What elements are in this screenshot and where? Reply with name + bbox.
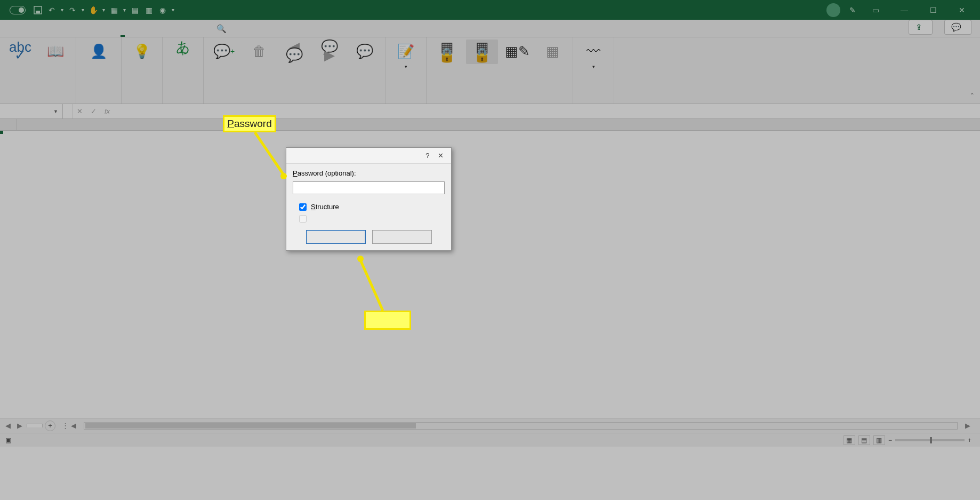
tell-me-search[interactable]: 🔍	[216, 24, 230, 37]
chevron-down-icon[interactable]: ▼	[53, 109, 58, 114]
smart-lookup-button[interactable]: 💡	[126, 39, 158, 62]
select-all-corner[interactable]	[0, 119, 17, 130]
tab-developer[interactable]	[152, 29, 157, 37]
minimize-icon[interactable]: —	[894, 3, 915, 17]
insert-function-icon[interactable]: fx	[100, 107, 114, 115]
translate-button[interactable]: あ⁺	[167, 39, 199, 62]
ribbon-options-icon[interactable]: ▭	[865, 3, 886, 17]
tab-page-layout[interactable]	[73, 29, 77, 37]
table-icon[interactable]: ▤	[130, 5, 140, 15]
page-break-view-icon[interactable]: ▥	[873, 435, 885, 445]
sheet-nav-next-icon[interactable]: ▶	[15, 422, 25, 430]
dialog-help-icon[interactable]: ?	[422, 152, 432, 160]
maximize-icon[interactable]: ☐	[922, 3, 944, 17]
tab-file[interactable]	[9, 29, 13, 37]
chevron-down-icon: ▾	[592, 63, 595, 71]
status-ready-icon: ▣	[5, 436, 11, 444]
protect-sheet-button[interactable]: ▦🔒	[431, 39, 463, 62]
dialog-titlebar[interactable]: ? ✕	[286, 148, 451, 164]
dialog-close-icon[interactable]: ✕	[435, 152, 447, 160]
hide-ink-button[interactable]: 〰 ▾	[577, 39, 609, 71]
autosave-toggle[interactable]	[6, 6, 29, 14]
ribbon-tabs: 🔍 ⇪ 💬	[0, 20, 980, 37]
ok-button[interactable]	[306, 230, 366, 244]
unshare-workbook-button: ▦	[536, 39, 568, 62]
group-insights: 💡	[122, 37, 163, 104]
next-comment-button: 💬▶	[314, 39, 346, 62]
page-layout-view-icon[interactable]: ▤	[858, 435, 870, 445]
tab-view[interactable]	[136, 29, 141, 37]
tab-help[interactable]	[184, 29, 189, 37]
structure-checkbox[interactable]: Structure	[293, 203, 445, 211]
form-icon[interactable]: ▥	[144, 5, 154, 15]
tab-draw[interactable]	[57, 29, 61, 37]
svg-rect-1	[36, 11, 40, 13]
new-comment-button[interactable]: 💬+	[208, 39, 240, 62]
add-sheet-button[interactable]: +	[45, 420, 55, 431]
next-comment-icon: 💬▶	[320, 42, 339, 61]
qat-customize-icon[interactable]: ▾	[172, 7, 174, 13]
touch-icon[interactable]: ✋	[89, 5, 98, 15]
unshare-workbook-icon: ▦	[543, 42, 562, 61]
protect-sheet-icon: ▦🔒	[437, 42, 456, 61]
search-icon: 🔍	[216, 24, 227, 34]
hscroll-left-icon[interactable]: ◀	[69, 422, 78, 430]
protect-workbook-button[interactable]: ▦🔒	[466, 39, 498, 64]
thesaurus-button[interactable]: 📖	[39, 39, 71, 62]
protect-workbook-icon: ▦🔒	[472, 42, 492, 61]
name-box[interactable]: ▼	[0, 104, 63, 118]
zoom-out-icon[interactable]: −	[888, 436, 892, 444]
delete-comment-button: 🗑	[243, 39, 275, 62]
accessibility-icon: 👤	[89, 42, 108, 61]
fill-handle[interactable]	[0, 131, 3, 134]
sheet-nav-prev-icon[interactable]: ◀	[3, 422, 13, 430]
group-accessibility: 👤	[76, 37, 122, 104]
formula-bar: ▼ ✕ ✓ fx	[0, 104, 980, 119]
show-comments-icon: 💬	[355, 42, 374, 61]
spelling-button[interactable]: abc✓	[4, 39, 36, 62]
collapse-ribbon-icon[interactable]: ˄	[964, 37, 980, 104]
sheet-tab-sheet1[interactable]	[27, 424, 43, 427]
group-ink: 〰 ▾	[573, 37, 614, 104]
cancel-button[interactable]	[372, 230, 432, 244]
callout-password: Password	[223, 115, 276, 132]
notes-button[interactable]: 📝 ▾	[390, 39, 422, 71]
check-accessibility-button[interactable]: 👤	[81, 39, 117, 62]
tab-data[interactable]	[105, 29, 109, 37]
enter-formula-icon: ✓	[86, 107, 100, 115]
allow-edit-ranges-icon: ▦✎	[508, 42, 527, 61]
hide-ink-icon: 〰	[584, 42, 603, 61]
tab-insert[interactable]	[41, 29, 45, 37]
windows-checkbox	[293, 215, 445, 223]
normal-view-icon[interactable]: ▦	[844, 435, 855, 445]
tab-pdfelement[interactable]	[200, 29, 205, 37]
tab-review[interactable]	[121, 29, 125, 37]
cancel-formula-icon: ✕	[73, 107, 86, 115]
redo-icon[interactable]: ↷	[68, 5, 77, 15]
user-avatar[interactable]	[826, 3, 840, 17]
undo-icon[interactable]: ↶	[47, 5, 57, 15]
record-icon[interactable]: ◉	[158, 5, 167, 15]
pen-icon[interactable]: ✎	[848, 5, 857, 15]
password-input[interactable]	[293, 181, 445, 194]
share-button[interactable]: ⇪	[909, 20, 933, 35]
spreadsheet-grid[interactable]	[0, 119, 980, 418]
tab-addins[interactable]	[168, 29, 173, 37]
hscroll-right-icon[interactable]: ▶	[963, 422, 973, 430]
tab-formulas[interactable]	[89, 29, 93, 37]
comments-button[interactable]: 💬	[944, 20, 971, 35]
pivot-icon[interactable]: ▦	[109, 5, 119, 15]
horizontal-scrollbar[interactable]	[84, 422, 958, 430]
allow-edit-ranges-button[interactable]: ▦✎	[501, 39, 533, 62]
thesaurus-icon: 📖	[46, 42, 65, 61]
tab-home[interactable]	[25, 29, 29, 37]
close-icon[interactable]: ✕	[951, 3, 973, 17]
save-icon[interactable]	[33, 5, 43, 15]
notes-icon: 📝	[396, 42, 415, 61]
zoom-in-icon[interactable]: +	[968, 436, 971, 444]
split-handle-icon[interactable]: ⋮	[62, 422, 69, 430]
show-comments-button[interactable]: 💬	[349, 39, 381, 62]
zoom-slider[interactable]	[895, 439, 965, 441]
group-notes: 📝 ▾	[385, 37, 427, 104]
protect-workbook-dialog: ? ✕ Password (optional): Structure	[286, 147, 452, 251]
